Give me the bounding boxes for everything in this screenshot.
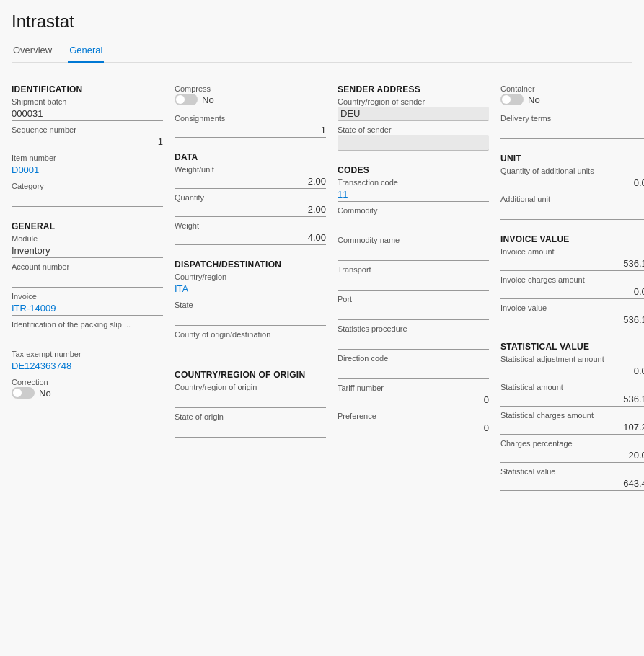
state-value <box>175 310 326 326</box>
item-number-label: Item number <box>12 154 163 162</box>
country-origin-field: Country/region of origin <box>175 383 326 408</box>
codes-header: CODES <box>338 165 489 175</box>
correction-label: Correction <box>12 378 163 386</box>
state-label: State <box>175 301 326 309</box>
country-origin-value <box>175 392 326 408</box>
country-sender-input[interactable] <box>338 107 489 121</box>
country-sender-field: Country/region of sender <box>338 97 489 121</box>
container-toggle-row: No <box>500 94 644 105</box>
qty-additional-input[interactable] <box>500 176 644 190</box>
qty-additional-field: Quantity of additional units <box>500 167 644 190</box>
stat-charges-label: Statistical charges amount <box>500 411 644 420</box>
tax-exempt-field: Tax exempt number <box>12 350 163 373</box>
packing-slip-label: Identification of the packing slip ... <box>12 320 163 329</box>
sequence-number-label: Sequence number <box>12 125 163 134</box>
preference-label: Preference <box>338 412 489 420</box>
tab-bar: Overview General <box>12 39 632 63</box>
tariff-field: Tariff number <box>338 384 489 407</box>
country-sender-label: Country/region of sender <box>338 97 489 106</box>
qty-additional-label: Quantity of additional units <box>500 167 644 175</box>
data-header: DATA <box>175 152 326 162</box>
tax-exempt-label: Tax exempt number <box>12 350 163 358</box>
module-input[interactable] <box>12 244 163 258</box>
state-sender-label: State of sender <box>338 125 489 134</box>
transaction-code-input[interactable] <box>338 187 489 202</box>
invoice-label: Invoice <box>12 292 163 301</box>
packing-slip-value <box>12 329 163 345</box>
stat-amount-input[interactable] <box>500 392 644 407</box>
transport-value <box>338 275 489 291</box>
port-value <box>338 304 489 320</box>
container-toggle-knob <box>502 95 511 104</box>
stat-adj-field: Statistical adjustment amount <box>500 355 644 378</box>
statistics-field: Statistics procedure <box>338 324 489 350</box>
country-origin-label: Country/region of origin <box>175 383 326 391</box>
module-label: Module <box>12 234 163 243</box>
commodity-name-label: Commodity name <box>338 236 489 244</box>
invoice-amount-input[interactable] <box>500 257 644 271</box>
item-number-input[interactable] <box>12 163 163 177</box>
invoice-charges-input[interactable] <box>500 285 644 299</box>
tariff-input[interactable] <box>338 393 489 407</box>
stat-charges-input[interactable] <box>500 420 644 435</box>
tab-general[interactable]: General <box>68 39 104 63</box>
commodity-name-value <box>338 245 489 261</box>
weight-input[interactable] <box>175 231 326 245</box>
quantity-label: Quantity <box>175 193 326 202</box>
invoice-value-header: INVOICE VALUE <box>500 234 644 244</box>
weight-unit-input[interactable] <box>175 174 326 189</box>
weight-unit-label: Weight/unit <box>175 165 326 174</box>
transaction-code-label: Transaction code <box>338 178 489 187</box>
quantity-field: Quantity <box>175 193 326 217</box>
invoice-input[interactable] <box>12 301 163 316</box>
correction-toggle-label: No <box>39 388 51 399</box>
preference-input[interactable] <box>338 421 489 435</box>
charges-pct-input[interactable] <box>500 448 644 463</box>
transport-field: Transport <box>338 265 489 291</box>
port-label: Port <box>338 295 489 303</box>
invoice-val-input[interactable] <box>500 313 644 327</box>
consignments-input[interactable] <box>175 123 326 138</box>
correction-toggle-knob <box>13 389 22 397</box>
invoice-field: Invoice <box>12 292 163 316</box>
column-values: Container No Delivery terms UNIT Quantit… <box>500 74 644 495</box>
compress-field: Compress No <box>175 84 326 110</box>
tax-exempt-input[interactable] <box>12 359 163 373</box>
transport-label: Transport <box>338 265 489 274</box>
stat-value-field: Statistical value <box>500 467 644 491</box>
sequence-number-input[interactable] <box>12 135 163 149</box>
state-sender-input[interactable] <box>338 135 489 151</box>
state-origin-field: State of origin <box>175 412 326 438</box>
general-header: GENERAL <box>12 221 163 231</box>
shipment-batch-input[interactable] <box>12 107 163 121</box>
correction-toggle-row: No <box>12 387 163 399</box>
column-codes: SENDER ADDRESS Country/region of sender … <box>338 74 489 495</box>
consignments-label: Consignments <box>175 114 326 123</box>
compress-toggle-row: No <box>175 94 326 105</box>
shipment-batch-label: Shipment batch <box>12 97 163 106</box>
commodity-field: Commodity <box>338 206 489 231</box>
country-region-input[interactable] <box>175 282 326 296</box>
delivery-terms-field: Delivery terms <box>500 114 644 139</box>
delivery-terms-label: Delivery terms <box>500 114 644 123</box>
compress-toggle[interactable] <box>175 94 198 105</box>
weight-label: Weight <box>175 221 326 230</box>
country-region-field: Country/region <box>175 272 326 296</box>
stat-value-input[interactable] <box>500 477 644 491</box>
module-field: Module <box>12 234 163 258</box>
account-number-value <box>12 272 163 288</box>
correction-toggle[interactable] <box>12 387 35 399</box>
account-number-label: Account number <box>12 262 163 271</box>
container-toggle[interactable] <box>500 94 524 105</box>
stat-amount-field: Statistical amount <box>500 383 644 407</box>
statistics-value <box>338 334 489 350</box>
county-label: County of origin/destination <box>175 330 326 339</box>
tab-overview[interactable]: Overview <box>12 39 53 63</box>
additional-unit-field: Additional unit <box>500 195 644 220</box>
quantity-input[interactable] <box>175 203 326 217</box>
stat-adj-input[interactable] <box>500 364 644 378</box>
unit-header: UNIT <box>500 154 644 164</box>
invoice-val-field: Invoice value <box>500 303 644 327</box>
invoice-amount-field: Invoice amount <box>500 247 644 271</box>
compress-label: Compress <box>175 84 326 93</box>
